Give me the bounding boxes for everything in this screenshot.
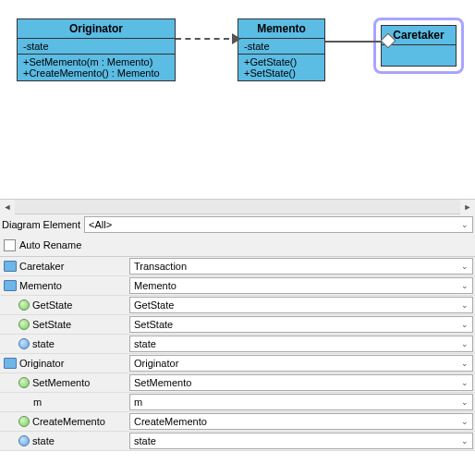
select-value: Originator — [134, 358, 178, 369]
op: +SetMemento(m : Memento) — [23, 56, 169, 67]
mapping-row: CaretakerTransaction⌄ — [0, 257, 475, 276]
chevron-down-icon: ⌄ — [461, 262, 469, 271]
mapping-field: Transaction⌄ — [129, 258, 475, 275]
class-title: Memento — [238, 19, 324, 39]
class-attrs: -state — [18, 39, 175, 55]
properties-panel: Diagram Element <All> ⌄ Auto Rename Care… — [0, 214, 475, 451]
mapping-field: SetMemento⌄ — [129, 374, 475, 391]
chevron-down-icon: ⌄ — [461, 417, 469, 426]
select-value: SetState — [134, 319, 173, 330]
mapping-label: state — [0, 435, 129, 446]
dependency-arrow[interactable] — [176, 38, 238, 40]
aggregation-arrow[interactable] — [325, 41, 381, 43]
mapping-select[interactable]: state⌄ — [129, 336, 473, 352]
auto-rename-checkbox[interactable] — [4, 239, 16, 251]
select-value: state — [134, 338, 156, 349]
diagram-element-label: Diagram Element — [2, 219, 81, 230]
method-icon — [18, 319, 30, 330]
select-value: state — [134, 435, 156, 446]
mapping-row: OriginatorOriginator⌄ — [0, 354, 475, 373]
select-value: Transaction — [134, 261, 187, 272]
diagram-element-select[interactable]: <All> ⌄ — [84, 216, 473, 233]
class-title: Originator — [18, 19, 175, 39]
op: +CreateMemento() : Memento — [23, 67, 169, 79]
uml-class-memento[interactable]: Memento -state +GetState() +SetState() — [238, 18, 325, 81]
mapping-select[interactable]: Transaction⌄ — [129, 258, 473, 275]
mapping-label: Originator — [0, 358, 129, 369]
select-value: <All> — [89, 219, 112, 230]
mapping-select[interactable]: Originator⌄ — [129, 355, 473, 372]
mapping-field: SetState⌄ — [129, 316, 475, 333]
label-text: m — [33, 397, 42, 408]
method-icon — [18, 299, 30, 311]
mapping-select[interactable]: SetMemento⌄ — [129, 374, 473, 391]
scroll-right-button[interactable]: ► — [460, 200, 475, 214]
mapping-select[interactable]: SetState⌄ — [129, 316, 473, 333]
mapping-select[interactable]: Memento⌄ — [129, 277, 473, 294]
attribute-icon — [18, 435, 30, 446]
mapping-select[interactable]: state⌄ — [129, 433, 473, 449]
mapping-label: Caretaker — [0, 261, 129, 272]
chevron-down-icon: ⌄ — [461, 339, 469, 348]
class-icon — [4, 358, 17, 369]
uml-class-originator[interactable]: Originator -state +SetMemento(m : Mement… — [17, 18, 176, 81]
method-icon — [18, 377, 30, 388]
mapping-select[interactable]: m⌄ — [129, 394, 473, 410]
diagram-canvas[interactable]: Originator -state +SetMemento(m : Mement… — [0, 0, 475, 199]
select-value: m — [134, 397, 142, 408]
label-text: Caretaker — [19, 261, 64, 272]
mapping-label: CreateMemento — [0, 416, 129, 427]
mapping-table: CaretakerTransaction⌄MementoMemento⌄GetS… — [0, 256, 475, 451]
op: +GetState() — [244, 56, 319, 67]
mapping-label: m — [0, 397, 129, 408]
chevron-down-icon: ⌄ — [461, 320, 469, 329]
mapping-label: SetMemento — [0, 377, 129, 388]
class-body — [382, 45, 456, 66]
select-value: GetState — [134, 299, 174, 311]
label-text: GetState — [32, 299, 72, 311]
auto-rename-row: Auto Rename — [0, 234, 475, 256]
label-text: SetMemento — [32, 377, 90, 388]
scroll-track[interactable] — [15, 200, 460, 214]
mapping-row: MementoMemento⌄ — [0, 276, 475, 296]
class-ops: +GetState() +SetState() — [238, 55, 324, 80]
auto-rename-label: Auto Rename — [19, 239, 81, 250]
chevron-down-icon: ⌄ — [461, 378, 469, 387]
mapping-row: CreateMementoCreateMemento⌄ — [0, 412, 475, 432]
mapping-field: GetState⌄ — [129, 297, 475, 313]
mapping-label: SetState — [0, 319, 129, 330]
mapping-field: state⌄ — [129, 433, 475, 449]
class-icon — [4, 261, 17, 272]
select-value: SetMemento — [134, 377, 191, 388]
attr: -state — [244, 41, 319, 52]
label-text: state — [32, 435, 55, 446]
mapping-field: state⌄ — [129, 336, 475, 352]
class-ops: +SetMemento(m : Memento) +CreateMemento(… — [18, 55, 175, 80]
mapping-select[interactable]: GetState⌄ — [129, 297, 473, 313]
scroll-left-button[interactable]: ◄ — [0, 200, 15, 214]
chevron-down-icon: ⌄ — [461, 397, 469, 407]
diagram-element-row: Diagram Element <All> ⌄ — [0, 214, 475, 234]
chevron-down-icon: ⌄ — [461, 300, 469, 310]
label-text: Memento — [19, 280, 62, 291]
mapping-row: SetStateSetState⌄ — [0, 315, 475, 335]
label-text: Originator — [19, 358, 64, 369]
label-text: CreateMemento — [32, 416, 105, 427]
attr: -state — [23, 41, 169, 52]
select-value: CreateMemento — [134, 416, 207, 427]
mapping-row: GetStateGetState⌄ — [0, 296, 475, 315]
select-value: Memento — [134, 280, 177, 291]
chevron-down-icon: ⌄ — [461, 220, 469, 229]
chevron-down-icon: ⌄ — [461, 359, 469, 368]
class-attrs: -state — [238, 39, 324, 55]
mapping-field: CreateMemento⌄ — [129, 413, 475, 430]
mapping-select[interactable]: CreateMemento⌄ — [129, 413, 473, 430]
horizontal-scrollbar[interactable]: ◄ ► — [0, 199, 475, 214]
mapping-field: Memento⌄ — [129, 277, 475, 294]
uml-class-caretaker[interactable]: Caretaker — [381, 25, 457, 67]
method-icon — [18, 416, 30, 427]
class-icon — [4, 280, 17, 291]
mapping-row: statestate⌄ — [0, 335, 475, 354]
chevron-down-icon: ⌄ — [461, 436, 469, 445]
chevron-down-icon: ⌄ — [461, 281, 469, 290]
